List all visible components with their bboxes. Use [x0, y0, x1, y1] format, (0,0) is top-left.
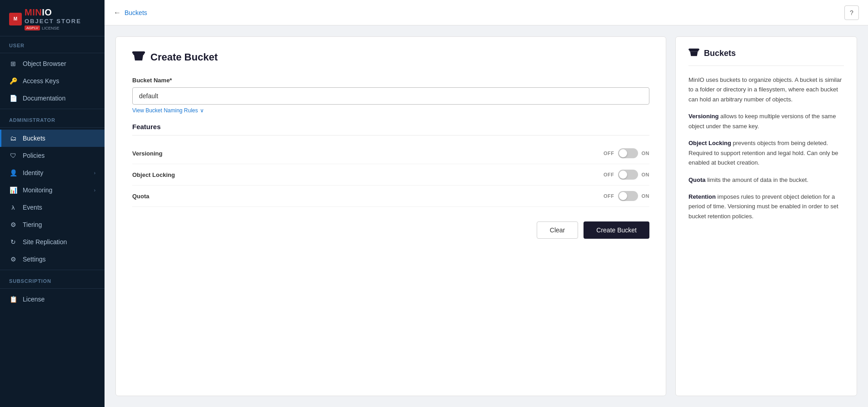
info-paragraph-3: Object Locking prevents objects from bei… — [688, 138, 844, 167]
divider-5 — [0, 288, 105, 289]
naming-rules-text: View Bucket Naming Rules — [132, 107, 198, 114]
tiering-icon: ⚙ — [9, 221, 17, 229]
create-bucket-button[interactable]: Create Bucket — [584, 221, 649, 239]
object-locking-knob — [619, 171, 627, 179]
info-paragraph-1: MinIO uses buckets to organize objects. … — [688, 75, 844, 104]
info-bucket-icon — [688, 48, 699, 59]
policies-icon: 🛡 — [9, 151, 17, 160]
sidebar-item-license[interactable]: 📋 License — [0, 291, 105, 308]
info-paragraph-4: Quota limits the amount of data in the b… — [688, 175, 844, 185]
quota-row: Quota OFF ON — [132, 186, 649, 207]
sidebar-item-policies[interactable]: 🛡 Policies — [0, 147, 105, 164]
svg-rect-1 — [132, 51, 145, 54]
object-locking-off-label: OFF — [604, 172, 614, 177]
sidebar-item-tiering[interactable]: ⚙ Tiering — [0, 216, 105, 233]
quota-off-label: OFF — [604, 193, 614, 199]
sidebar-label-documentation: Documentation — [23, 95, 95, 102]
quota-on-label: ON — [642, 193, 650, 199]
logo-area: M MINIO OBJECT STORE AGPLV LICENSE — [0, 0, 105, 36]
versioning-on-label: ON — [642, 151, 650, 156]
license-text: LICENSE — [42, 26, 60, 30]
subscription-section-label: Subscription — [0, 272, 105, 286]
versioning-toggle-group: OFF ON — [604, 148, 649, 158]
buckets-icon: 🗂 — [9, 134, 17, 142]
license-info: AGPLV LICENSE — [25, 25, 81, 30]
admin-section-label: Administrator — [0, 111, 105, 126]
sidebar-item-documentation[interactable]: 📄 Documentation — [0, 90, 105, 107]
clear-button[interactable]: Clear — [537, 221, 578, 239]
settings-icon: ⚙ — [9, 255, 17, 263]
card-title: Create Bucket — [150, 51, 218, 63]
help-button[interactable]: ? — [844, 5, 859, 20]
events-icon: λ — [9, 203, 17, 211]
naming-rules-arrow: ∨ — [200, 107, 204, 114]
quota-knob — [619, 192, 627, 200]
sidebar-item-site-replication[interactable]: ↻ Site Replication — [0, 233, 105, 251]
sidebar-item-identity[interactable]: 👤 Identity › — [0, 164, 105, 181]
sidebar-label-tiering: Tiering — [23, 221, 95, 228]
divider-2 — [0, 109, 105, 109]
sidebar-item-settings[interactable]: ⚙ Settings — [0, 251, 105, 268]
quota-term: Quota — [688, 176, 706, 183]
sidebar-item-object-browser[interactable]: ⊞ Object Browser — [0, 55, 105, 72]
content-area: Create Bucket Bucket Name* View Bucket N… — [105, 25, 868, 407]
versioning-row: Versioning OFF ON — [132, 143, 649, 164]
info-paragraph-5: Retention imposes rules to prevent objec… — [688, 192, 844, 221]
sidebar-label-object-browser: Object Browser — [23, 60, 95, 67]
sidebar-label-monitoring: Monitoring — [23, 186, 89, 194]
bucket-name-input[interactable] — [132, 87, 649, 105]
sidebar-label-buckets: Buckets — [23, 135, 95, 142]
topbar: ← Buckets ? — [105, 0, 868, 25]
access-keys-icon: 🔑 — [9, 77, 17, 85]
breadcrumb-buckets[interactable]: Buckets — [125, 9, 147, 16]
versioning-toggle[interactable] — [618, 148, 638, 158]
monitoring-icon: 📊 — [9, 186, 17, 194]
sidebar-label-access-keys: Access Keys — [23, 77, 95, 85]
versioning-label: Versioning — [132, 150, 162, 157]
features-title: Features — [132, 123, 649, 136]
help-icon: ? — [850, 9, 853, 16]
back-arrow[interactable]: ← — [114, 9, 121, 17]
versioning-knob — [619, 149, 627, 157]
divider-4 — [0, 270, 105, 270]
naming-rules-link[interactable]: View Bucket Naming Rules ∨ — [132, 107, 649, 114]
logo-text: MINIO — [25, 7, 81, 18]
site-replication-icon: ↻ — [9, 238, 17, 246]
sidebar-label-settings: Settings — [23, 256, 95, 263]
object-locking-toggle[interactable] — [618, 170, 638, 180]
object-locking-row: Object Locking OFF ON — [132, 164, 649, 186]
features-section: Features Versioning OFF ON Object Lockin… — [132, 123, 649, 207]
main-area: ← Buckets ? Create Bucket Bucket Nam — [105, 0, 868, 407]
retention-term: Retention — [688, 193, 716, 200]
form-actions: Clear Create Bucket — [132, 221, 649, 239]
documentation-icon: 📄 — [9, 94, 17, 102]
bucket-name-group: Bucket Name* View Bucket Naming Rules ∨ — [132, 77, 649, 114]
versioning-off-label: OFF — [604, 151, 614, 156]
object-locking-label: Object Locking — [132, 171, 175, 178]
logo-icon: M — [9, 13, 22, 25]
sidebar: M MINIO OBJECT STORE AGPLV LICENSE User … — [0, 0, 105, 407]
sidebar-label-identity: Identity — [23, 169, 89, 176]
object-locking-term: Object Locking — [688, 140, 731, 146]
sidebar-label-policies: Policies — [23, 152, 95, 159]
sidebar-item-monitoring[interactable]: 📊 Monitoring › — [0, 181, 105, 199]
sidebar-item-buckets[interactable]: 🗂 Buckets — [0, 130, 105, 147]
sidebar-item-events[interactable]: λ Events — [0, 199, 105, 216]
sidebar-label-events: Events — [23, 204, 95, 211]
info-title: Buckets — [704, 49, 736, 58]
object-locking-on-label: ON — [642, 172, 650, 177]
info-panel: Buckets MinIO uses buckets to organize o… — [675, 36, 857, 396]
quota-toggle-group: OFF ON — [604, 191, 649, 201]
divider-1 — [0, 53, 105, 53]
sidebar-item-access-keys[interactable]: 🔑 Access Keys — [0, 72, 105, 90]
quota-label: Quota — [132, 193, 150, 200]
info-body: MinIO uses buckets to organize objects. … — [688, 75, 844, 221]
svg-rect-3 — [688, 49, 699, 50]
info-paragraph-2: Versioning allows to keep multiple versi… — [688, 111, 844, 131]
breadcrumb: ← Buckets — [114, 9, 147, 17]
license-icon: 📋 — [9, 295, 17, 303]
quota-toggle[interactable] — [618, 191, 638, 201]
identity-icon: 👤 — [9, 169, 17, 177]
agpl-badge: AGPLV — [25, 25, 40, 30]
sidebar-label-license: License — [23, 296, 95, 303]
